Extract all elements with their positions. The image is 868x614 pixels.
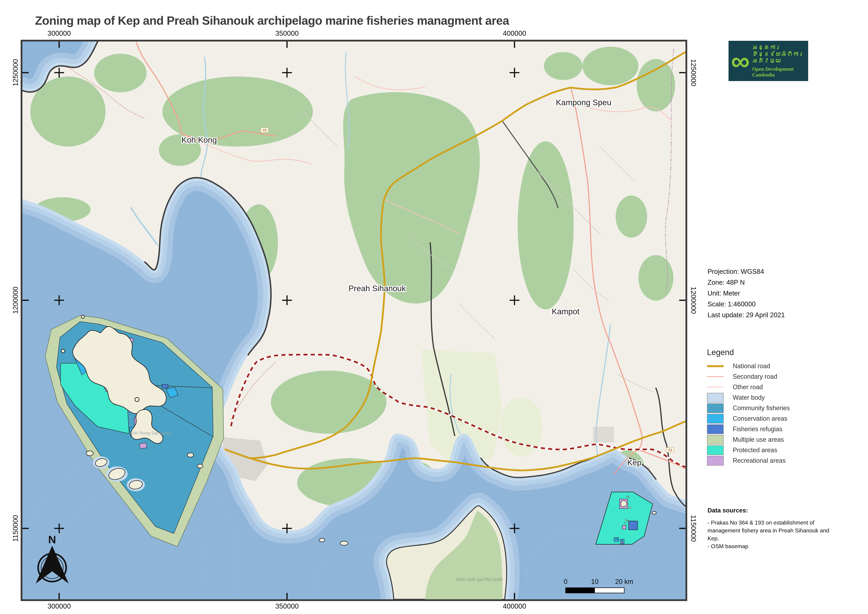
grid-label-left-1200000: 1200000 — [12, 287, 19, 314]
scale-label-10: 10 — [591, 578, 598, 585]
island-label-koh-rong-samloem: Koh Rong Samlaem — [130, 431, 170, 435]
infinity-logo-icon: ∞ — [731, 48, 750, 74]
page-title: Zoning map of Kep and Preah Sihanouk arc… — [35, 14, 509, 27]
grid-label-left-1250000: 1250000 — [12, 59, 19, 86]
label-koh-kong: Koh Kong — [181, 135, 217, 145]
info-last-update: Last update: 29 April 2021 — [708, 309, 785, 320]
legend-item-protected-areas: Protected areas — [707, 445, 790, 455]
secondary-road-swatch — [707, 376, 724, 377]
odc-logo: ∞ អង្គការទិន្នន័យអំពីការអភិវឌ្ឍ Open Dev… — [728, 41, 808, 81]
other-road-swatch — [707, 387, 724, 387]
legend: Legend National road Secondary road Othe… — [707, 348, 790, 466]
logo-khmer-text: អង្គការទិន្នន័យអំពីការអភិវឌ្ឍ — [752, 44, 806, 64]
legend-item-secondary-road: Secondary road — [707, 372, 790, 382]
north-arrow-label: N — [48, 533, 56, 546]
grid-label-right-1200000: 1200000 — [690, 287, 698, 314]
conservation-areas-swatch — [707, 414, 724, 423]
data-sources: Data sources: - Prakas No 364 & 193 on e… — [708, 507, 830, 550]
road-badge-48: 48 — [262, 128, 267, 132]
legend-item-multiple-use-areas: Multiple use areas — [707, 434, 790, 445]
legend-item-fisheries-refugias: Fisheries refugias — [707, 424, 790, 434]
water-body-swatch — [707, 393, 724, 403]
label-preah-sihanouk: Preah Sihanouk — [349, 284, 406, 293]
scale-label-20km: 20 km — [615, 578, 633, 585]
grid-label-right-1250000: 1250000 — [690, 59, 698, 86]
protected-areas-swatch — [707, 445, 724, 455]
grid-label-right-1150000: 1150000 — [690, 515, 698, 542]
grid-label-top-400000: 400000 — [492, 30, 537, 37]
fisheries-refugias-swatch — [707, 424, 724, 434]
community-fisheries-swatch — [707, 403, 724, 413]
label-kampong-speu: Kampong Speu — [556, 98, 611, 107]
label-kep: Kep — [627, 458, 642, 467]
road-badge-33: 33 — [668, 448, 672, 452]
legend-item-national-road: National road — [707, 361, 790, 372]
legend-item-recreational-areas: Recreational areas — [707, 455, 790, 466]
scale-label-0: 0 — [564, 578, 567, 585]
grid-label-top-350000: 350000 — [264, 30, 310, 37]
multiple-use-areas-swatch — [707, 435, 724, 445]
info-projection: Projection: WGS84 — [708, 266, 785, 277]
grid-label-top-300000: 300000 — [36, 30, 82, 37]
grid-label-bottom-300000: 300000 — [36, 602, 82, 610]
info-unit: Unit: Meter — [708, 288, 785, 299]
grid-label-bottom-400000: 400000 — [492, 602, 537, 610]
kep-rabbit-island — [621, 501, 627, 507]
projection-info: Projection: WGS84 Zone: 48P N Unit: Mete… — [708, 266, 785, 320]
data-sources-line-2: - OSM basemap — [708, 542, 830, 550]
info-scale: Scale: 1:460000 — [708, 299, 785, 309]
legend-item-water-body: Water body — [707, 392, 790, 403]
data-sources-line-1: - Prakas No 364 & 193 on establishment o… — [708, 519, 830, 542]
label-kampot: Kampot — [552, 307, 580, 316]
legend-item-community-fisheries: Community fisheries — [707, 403, 790, 413]
legend-item-conservation-areas: Conservation areas — [707, 413, 790, 424]
info-zone: Zone: 48P N — [708, 277, 785, 288]
kep-fisheries-refugia — [629, 521, 637, 530]
national-road-swatch — [707, 365, 724, 367]
logo-org-name: Open Development Cambodia — [752, 66, 806, 78]
page: Zoning map of Kep and Preah Sihanouk arc… — [0, 0, 868, 614]
label-phu-quoc: Vườn quốc gia Phú Quốc — [456, 577, 503, 581]
kep-recreational-small — [622, 525, 626, 529]
legend-item-other-road: Other road — [707, 382, 790, 392]
legend-title: Legend — [707, 348, 790, 357]
map-canvas: Koh Rong Samlaem — [21, 40, 687, 601]
grid-label-bottom-350000: 350000 — [264, 602, 310, 610]
data-sources-heading: Data sources: — [708, 507, 830, 514]
grid-label-left-1150000: 1150000 — [12, 515, 19, 542]
recreational-areas-swatch — [707, 456, 724, 466]
